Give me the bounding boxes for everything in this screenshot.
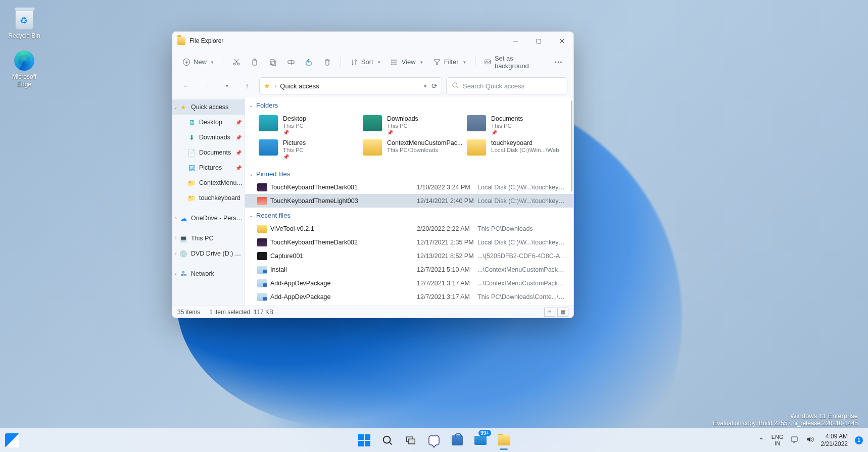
maximize-button[interactable]: [527, 32, 550, 50]
tray-overflow-button[interactable]: ⌃: [758, 436, 764, 444]
file-date: 12/7/2021 3:17 AM: [417, 293, 477, 300]
refresh-button[interactable]: ⟳: [431, 82, 438, 90]
file-row[interactable]: Capture00112/13/2021 8:52 PM...\{5205DFB…: [245, 249, 573, 263]
minimize-button[interactable]: [504, 32, 527, 50]
system-tray: ⌃ ENGIN 4:09 AM2/21/2022 1: [758, 433, 863, 447]
set-background-button[interactable]: Set as background: [480, 54, 548, 71]
nav-recent-button[interactable]: ▾: [219, 78, 235, 94]
svg-line-26: [457, 86, 458, 88]
cut-button[interactable]: [228, 54, 245, 71]
window-title: File Explorer: [189, 37, 223, 44]
thumbnails-view-button[interactable]: ▦: [557, 308, 568, 317]
search-input[interactable]: Search Quick access: [446, 77, 567, 94]
paste-button[interactable]: [265, 54, 281, 71]
folder-tile[interactable]: PicturesThis PC📌: [257, 138, 361, 162]
network-icon[interactable]: [791, 436, 799, 444]
file-name: ViVeTool-v0.2.1: [270, 225, 417, 232]
folder-tile[interactable]: DocumentsThis PC📌: [465, 114, 569, 138]
view-button[interactable]: View▾: [387, 54, 427, 71]
folders-section-header[interactable]: ⌄Folders: [245, 98, 573, 112]
language-button[interactable]: ENGIN: [771, 434, 784, 446]
folder-icon: [363, 139, 382, 156]
nav-downloads[interactable]: ⬇Downloads📌: [172, 130, 245, 145]
folder-icon: [467, 139, 486, 156]
file-row[interactable]: Add-AppDevPackage12/7/2021 3:17 AMThis P…: [245, 290, 573, 304]
doc-icon: 📄: [187, 148, 196, 157]
file-row[interactable]: TouchKeyboardThemeDark00212/17/2021 2:35…: [245, 235, 573, 249]
share-button[interactable]: [301, 54, 317, 71]
recent-section-header[interactable]: ⌄Recent files: [245, 209, 573, 222]
notifications-button[interactable]: 1: [855, 436, 863, 444]
folder-tile[interactable]: ContextMenuCustomPac...This PC\Downloads: [361, 138, 465, 162]
volume-icon[interactable]: [806, 436, 814, 444]
file-row[interactable]: TouchKeyboardThemeLight00312/14/2021 2:4…: [245, 194, 573, 208]
nav-network[interactable]: ›🖧Network: [172, 266, 245, 281]
task-view-button[interactable]: [400, 430, 421, 451]
folder-tile[interactable]: touchkeyboardLocal Disk (C:)\Win...\Web: [465, 138, 569, 162]
file-row[interactable]: Add-AppDevPackage12/7/2021 3:17 AM...\Co…: [245, 276, 573, 290]
folder-tile[interactable]: DownloadsThis PC📌: [361, 114, 465, 138]
folder-name: Documents: [491, 115, 523, 122]
sort-button[interactable]: Sort▾: [346, 54, 384, 71]
nav-label: Quick access: [191, 104, 245, 111]
file-date: 1/10/2022 3:24 PM: [417, 184, 477, 191]
nav-tkb[interactable]: 📁touchkeyboard: [172, 190, 245, 206]
file-row[interactable]: TouchKeyboardThemeDark0011/10/2022 3:24 …: [245, 180, 573, 194]
copy-button[interactable]: [247, 54, 263, 71]
nav-dvd[interactable]: ›💿DVD Drive (D:) CCCO: [172, 246, 245, 261]
edge-icon[interactable]: Microsoft Edge: [5, 49, 43, 88]
more-button[interactable]: ⋯: [550, 54, 567, 71]
cloud-icon: ☁: [179, 214, 187, 222]
recycle-bin-icon[interactable]: ♻ Recycle Bin: [5, 5, 43, 43]
start-button[interactable]: [354, 430, 375, 451]
titlebar[interactable]: File Explorer: [172, 32, 573, 50]
nav-cmcp[interactable]: 📁ContextMenuCust: [172, 175, 245, 190]
content-pane: ⌄Folders DesktopThis PC📌DownloadsThis PC…: [245, 97, 573, 306]
new-button[interactable]: New▾: [178, 54, 218, 71]
nav-quick-access[interactable]: ⌄★Quick access: [172, 99, 245, 115]
folder-name: touchkeyboard: [491, 139, 559, 146]
scrollbar[interactable]: [571, 101, 572, 191]
nav-documents[interactable]: 📄Documents📌: [172, 145, 245, 160]
file-row[interactable]: ViVeTool-v0.2.12/20/2022 2:22 AMThis PC\…: [245, 222, 573, 235]
toolbar: New▾ Sort▾ View▾ Filter▾ Set as backgrou…: [172, 50, 573, 74]
file-name: Add-AppDevPackage: [270, 280, 417, 287]
nav-back-button[interactable]: ←: [178, 78, 195, 94]
chat-button[interactable]: [423, 430, 445, 451]
folder-name: Pictures: [283, 139, 306, 146]
nav-up-button[interactable]: ↑: [239, 78, 255, 94]
clock[interactable]: 4:09 AM2/21/2022: [821, 433, 848, 447]
nav-desktop[interactable]: 🖥Desktop📌: [172, 115, 245, 130]
nav-pictures[interactable]: 🖼Pictures📌: [172, 160, 245, 175]
edge-label: Microsoft Edge: [5, 73, 43, 88]
file-explorer-button[interactable]: [493, 430, 514, 451]
file-explorer-window: File Explorer New▾ Sort▾ View▾ Filter▾ S…: [172, 31, 574, 318]
store-button[interactable]: [447, 430, 468, 451]
delete-button[interactable]: [319, 54, 335, 71]
pc-icon: 💻: [179, 234, 187, 242]
pinned-section-header[interactable]: ⌄Pinned files: [245, 167, 573, 180]
widgets-button[interactable]: [5, 433, 19, 447]
folder-location: This PC: [283, 147, 306, 153]
explorer-body: ⌄★Quick access🖥Desktop📌⬇Downloads📌📄Docum…: [172, 97, 573, 306]
chevron-down-icon[interactable]: ▾: [424, 83, 426, 89]
nav-thispc[interactable]: ›💻This PC: [172, 231, 245, 246]
file-row[interactable]: Install12/7/2021 5:10 AM...\ContextMenuC…: [245, 263, 573, 276]
mail-button[interactable]: 99+: [470, 430, 491, 451]
details-view-button[interactable]: ≡: [544, 308, 555, 317]
close-button[interactable]: [550, 32, 573, 50]
nav-onedrive[interactable]: ›☁OneDrive - Personal: [172, 211, 245, 226]
file-name: Add-AppDevPackage: [270, 293, 417, 300]
filter-button[interactable]: Filter▾: [429, 54, 470, 71]
search-placeholder: Search Quick access: [463, 82, 524, 90]
address-bar[interactable]: ★ › Quick access ▾ ⟳: [259, 77, 442, 94]
address-row: ← → ▾ ↑ ★ › Quick access ▾ ⟳ Search Quic…: [172, 74, 573, 97]
search-button[interactable]: [377, 430, 398, 451]
folder-tile[interactable]: DesktopThis PC📌: [257, 114, 361, 138]
nav-forward-button[interactable]: →: [199, 78, 215, 94]
rename-button[interactable]: [283, 54, 299, 71]
nav-label: ContextMenuCust: [199, 179, 245, 186]
folder-location: This PC: [491, 123, 523, 129]
chevron-icon: ›: [173, 236, 178, 241]
star-icon: ★: [264, 82, 270, 90]
